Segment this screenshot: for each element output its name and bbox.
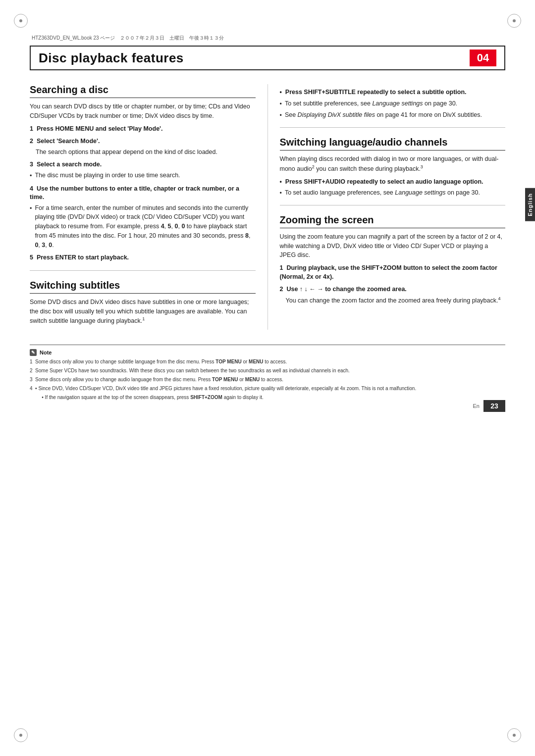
step-3-label: 3 Select a search mode. xyxy=(30,160,256,169)
bullet-dot: • xyxy=(30,171,32,181)
audio-bullet-1: • To set audio language preferences, see… xyxy=(280,188,506,198)
chapter-number: 04 xyxy=(470,50,496,66)
zoom-step-1: 1 During playback, use the SHIFT+ZOOM bu… xyxy=(280,264,506,281)
bullet-dot-4: • xyxy=(280,111,282,120)
step-4-bullet-1: • For a time search, enter the number of… xyxy=(30,203,256,250)
zoom-step-2: 2 Use ↑ ↓ ← → to change the zoomed area.… xyxy=(280,285,506,305)
main-content: Searching a disc You can search DVD disc… xyxy=(30,74,505,330)
note-icon: ✎ xyxy=(30,349,37,356)
footnote-2: 2 xyxy=(312,164,315,169)
zoom-step-1-label: 1 During playback, use the SHIFT+ZOOM bu… xyxy=(280,264,506,281)
subtitles-heading: Switching subtitles xyxy=(30,280,256,294)
divider-1 xyxy=(30,270,256,271)
audio-bullet-1-text: To set audio language preferences, see L… xyxy=(285,188,480,198)
searching-intro: You can search DVD discs by title or cha… xyxy=(30,102,256,121)
step-5: 5 Press ENTER to start playback. xyxy=(30,253,256,262)
note-item-4: 4 • Since DVD, Video CD/Super VCD, DivX … xyxy=(30,385,505,392)
step-1-label: 1 Press HOME MENU and select 'Play Mode'… xyxy=(30,125,256,134)
bullet-dot-5: • xyxy=(280,189,282,198)
corner-mark-tl xyxy=(14,14,28,28)
bullet-dot-2: • xyxy=(30,204,32,250)
header-area: HTZ363DVD_EN_WL.book 23 ページ ２００７年２月３日 土曜… xyxy=(30,35,505,74)
note-label: Note xyxy=(40,350,52,355)
note-header: ✎ Note xyxy=(30,349,505,356)
note-sub-bullet: • If the navigation square at the top of… xyxy=(38,394,505,401)
step-2-number: 2 xyxy=(30,138,33,145)
subtitles-bullet-2: • See Displaying DivX subtitle files on … xyxy=(280,110,506,120)
footnote-1: 1 xyxy=(142,316,145,321)
step-3: 3 Select a search mode. • The disc must … xyxy=(30,160,256,180)
step-4: 4 Use the number buttons to enter a titl… xyxy=(30,185,256,250)
subtitles-instruction: • Press SHIFT+SUBTITLE repeatedly to sel… xyxy=(280,88,506,97)
subtitles-bullet-2-text: See Displaying DivX subtitle files on pa… xyxy=(285,110,482,120)
step-3-bullet-1: • The disc must be playing in order to u… xyxy=(30,171,256,181)
step-4-label: 4 Use the number buttons to enter a titl… xyxy=(30,185,256,202)
step-4-bullet-1-text: For a time search, enter the number of m… xyxy=(35,203,255,250)
corner-mark-br xyxy=(507,728,521,742)
zooming-heading: Zooming the screen xyxy=(280,214,506,228)
page-en-label: En xyxy=(473,403,480,409)
divider-2 xyxy=(280,127,506,128)
english-tab: English xyxy=(525,188,535,221)
note-item-3: 3 Some discs only allow you to change au… xyxy=(30,376,505,383)
language-audio-intro: When playing discs recorded with dialog … xyxy=(280,154,506,174)
page-number: 23 xyxy=(483,400,505,412)
step-3-bullet-1-text: The disc must be playing in order to use… xyxy=(35,171,180,181)
corner-mark-tr xyxy=(507,14,521,28)
step-1-number: 1 xyxy=(30,125,33,132)
step-1: 1 Press HOME MENU and select 'Play Mode'… xyxy=(30,125,256,134)
corner-mark-bl xyxy=(14,728,28,742)
note-item-2: 2 Some Super VCDs have two soundtracks. … xyxy=(30,367,505,374)
divider-3 xyxy=(280,205,506,205)
step-2: 2 Select 'Search Mode'. The search optio… xyxy=(30,137,256,156)
chapter-title-bar: Disc playback features 04 xyxy=(30,46,505,70)
audio-instruction: • Press SHIFT+AUDIO repeatedly to select… xyxy=(280,178,506,187)
footnote-3: 3 xyxy=(421,164,423,169)
footnote-4: 4 xyxy=(498,296,500,301)
step-5-label: 5 Press ENTER to start playback. xyxy=(30,253,256,262)
subtitles-intro: Some DVD discs and DivX video discs have… xyxy=(30,298,256,326)
subtitles-bullet-1-text: To set subtitle preferences, see Languag… xyxy=(285,99,457,109)
zoom-step-2-body: You can change the zoom factor and the z… xyxy=(286,296,506,305)
footer-notes: ✎ Note 1 Some discs only allow you to ch… xyxy=(30,345,505,401)
zooming-intro: Using the zoom feature you can magnify a… xyxy=(280,232,506,260)
subtitles-bullet-1: • To set subtitle preferences, see Langu… xyxy=(280,99,506,109)
zoom-step-2-label: 2 Use ↑ ↓ ← → to change the zoomed area. xyxy=(280,285,506,294)
step-2-body: The search options that appear depend on… xyxy=(36,148,256,157)
searching-heading: Searching a disc xyxy=(30,84,256,98)
bullet-dot-3: • xyxy=(280,100,282,109)
step-2-label: 2 Select 'Search Mode'. xyxy=(30,137,256,146)
note-item-1: 1 Some discs only allow you to change su… xyxy=(30,358,505,365)
left-column: Searching a disc You can search DVD disc… xyxy=(30,84,268,330)
chapter-title: Disc playback features xyxy=(39,50,184,66)
language-audio-heading: Switching language/audio channels xyxy=(280,137,506,151)
file-info: HTZ363DVD_EN_WL.book 23 ページ ２００７年２月３日 土曜… xyxy=(30,35,505,42)
right-column: • Press SHIFT+SUBTITLE repeatedly to sel… xyxy=(268,84,506,330)
